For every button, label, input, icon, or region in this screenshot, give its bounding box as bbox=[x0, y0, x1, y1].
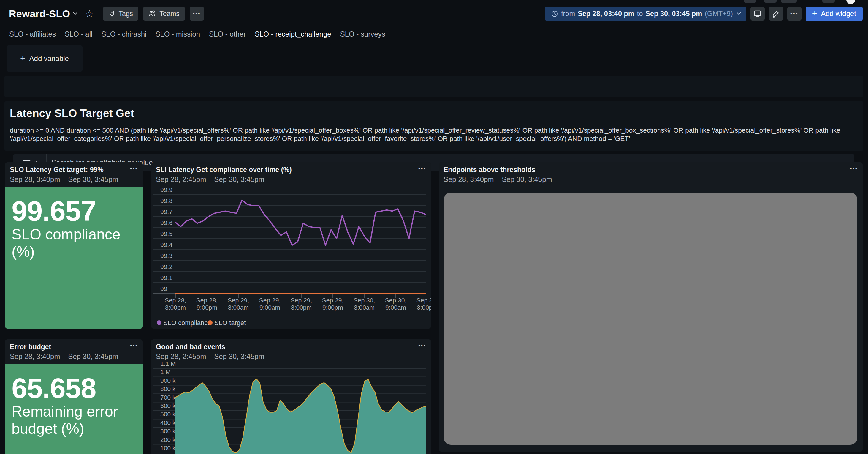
slo-compliance-value: 99.657 bbox=[11, 195, 96, 227]
chevron-down-icon bbox=[737, 11, 741, 15]
svg-text:99: 99 bbox=[160, 285, 167, 292]
svg-text:1 M: 1 M bbox=[160, 368, 171, 375]
svg-text:Sep 30,9:00am: Sep 30,9:00am bbox=[385, 297, 406, 311]
plus-icon: + bbox=[20, 54, 26, 63]
svg-text:700 k: 700 k bbox=[160, 394, 176, 401]
svg-text:99.5: 99.5 bbox=[160, 230, 173, 237]
svg-text:99.8: 99.8 bbox=[160, 197, 173, 204]
widget-error-budget: Error budget Sep 28, 3:40pm – Sep 30, 3:… bbox=[5, 339, 143, 454]
widget-menu-button[interactable]: ••• bbox=[130, 166, 138, 172]
svg-text:Sep 29,3:00pm: Sep 29,3:00pm bbox=[290, 297, 312, 311]
svg-text:SLO target: SLO target bbox=[214, 319, 246, 327]
svg-text:Sep 28,3:00pm: Sep 28,3:00pm bbox=[165, 297, 186, 311]
dashboard-tab-4[interactable]: SLO - other bbox=[205, 29, 250, 40]
group-query-text: duration >= 0 AND duration <= 500 AND (p… bbox=[10, 126, 858, 143]
svg-text:99.6: 99.6 bbox=[160, 219, 173, 226]
cutoff-toolbar-stub bbox=[744, 0, 756, 3]
redacted-content-placeholder bbox=[444, 193, 857, 445]
ellipsis-icon: ••• bbox=[790, 11, 798, 17]
svg-text:600 k: 600 k bbox=[160, 402, 176, 409]
clock-icon bbox=[551, 10, 558, 18]
time-range-prefix: from bbox=[561, 10, 575, 18]
svg-text:99.7: 99.7 bbox=[160, 208, 173, 215]
header-right: from Sep 28, 03:40 pm to Sep 30, 03:45 p… bbox=[545, 6, 863, 21]
teams-button-label: Teams bbox=[159, 10, 180, 18]
widget-menu-button[interactable]: ••• bbox=[850, 166, 858, 172]
header-more-button[interactable]: ••• bbox=[190, 7, 204, 21]
dashboard-tab-1[interactable]: SLO - all bbox=[60, 29, 97, 40]
svg-text:1.1 M: 1.1 M bbox=[160, 360, 176, 367]
dashboard-tab-2[interactable]: SLO - chirashi bbox=[97, 29, 151, 40]
widget-slo-latency-target: SLO Latency Get target: 99% Sep 28, 3:40… bbox=[5, 162, 143, 329]
cutoff-toolbar-stub bbox=[822, 0, 835, 3]
svg-text:800 k: 800 k bbox=[160, 386, 176, 392]
edit-button[interactable] bbox=[769, 7, 783, 21]
add-variable-button[interactable]: + Add variable bbox=[6, 46, 83, 72]
svg-text:200 k: 200 k bbox=[160, 436, 176, 443]
widget-menu-button[interactable]: ••• bbox=[130, 343, 138, 349]
svg-text:99.1: 99.1 bbox=[160, 274, 173, 281]
cutoff-toolbar-stub bbox=[764, 0, 777, 3]
dashboard-tab-5[interactable]: SLO - receipt_challenge bbox=[250, 29, 336, 40]
slo-compliance-label: SLO compliance (%) bbox=[11, 226, 133, 260]
widget-title: Endpoints above thresholds bbox=[443, 166, 535, 174]
slo-group-panel: Latency SLO Target Get duration >= 0 AND… bbox=[4, 101, 863, 151]
header-left: Reward-SLO ☆ Tags Teams ••• bbox=[9, 6, 204, 21]
good-bad-events-area-chart[interactable]: 1.1 M1 M900 k800 k700 k600 k500 k400 k30… bbox=[151, 339, 431, 454]
widget-title: SLO Latency Get target: 99% bbox=[10, 166, 103, 174]
plus-icon: + bbox=[812, 9, 817, 18]
sli-compliance-line-chart[interactable]: 99.999.899.799.699.599.499.399.299.199Se… bbox=[151, 162, 431, 329]
teams-button[interactable]: Teams bbox=[143, 7, 185, 21]
tags-button[interactable]: Tags bbox=[103, 7, 138, 21]
tv-mode-button[interactable] bbox=[750, 7, 765, 21]
svg-text:99.4: 99.4 bbox=[160, 241, 173, 248]
chevron-down-icon bbox=[73, 11, 77, 15]
add-variable-label: Add variable bbox=[29, 54, 69, 63]
cutoff-toolbar-stub bbox=[781, 0, 797, 3]
add-widget-label: Add widget bbox=[821, 9, 856, 18]
dashboard-tab-bar: SLO - affiliatesSLO - allSLO - chirashiS… bbox=[0, 29, 868, 40]
add-widget-button[interactable]: + Add widget bbox=[806, 6, 863, 21]
star-icon[interactable]: ☆ bbox=[85, 9, 94, 19]
slo-compliance-tile: 99.657 SLO compliance (%) bbox=[5, 187, 143, 329]
svg-text:300 k: 300 k bbox=[160, 428, 176, 434]
teams-icon bbox=[148, 10, 156, 17]
tag-icon bbox=[108, 10, 116, 17]
template-variable-bar bbox=[4, 76, 863, 97]
widget-sli-compliance-chart: SLI Latency Get compliance over time (%)… bbox=[151, 162, 431, 329]
time-range-start: Sep 28, 03:40 pm bbox=[578, 10, 634, 18]
dashboard-tab-6[interactable]: SLO - surveys bbox=[336, 29, 390, 40]
dashboard-title-menu[interactable]: Reward-SLO bbox=[9, 8, 76, 20]
dashboard-tab-0[interactable]: SLO - affiliates bbox=[5, 29, 60, 40]
dashboard-tab-3[interactable]: SLO - mission bbox=[151, 29, 205, 40]
avatar[interactable] bbox=[846, 0, 855, 4]
monitor-icon bbox=[753, 10, 762, 18]
time-range-end: Sep 30, 03:45 pm bbox=[645, 10, 702, 18]
svg-text:99.2: 99.2 bbox=[160, 263, 173, 270]
ellipsis-icon: ••• bbox=[193, 11, 201, 17]
tags-button-label: Tags bbox=[119, 10, 133, 18]
widget-title: Error budget bbox=[10, 343, 51, 351]
time-range-picker[interactable]: from Sep 28, 03:40 pm to Sep 30, 03:45 p… bbox=[545, 6, 746, 21]
toolbar-more-button[interactable]: ••• bbox=[787, 7, 802, 21]
svg-text:500 k: 500 k bbox=[160, 410, 176, 418]
svg-text:Sep 29,9:00am: Sep 29,9:00am bbox=[259, 297, 281, 311]
error-budget-value: 65.658 bbox=[11, 372, 96, 404]
widget-subtitle: Sep 28, 3:40pm – Sep 30, 3:45pm bbox=[10, 175, 119, 183]
svg-text:Sep 30,3:00pm: Sep 30,3:00pm bbox=[416, 297, 431, 311]
page-title: Reward-SLO bbox=[9, 8, 70, 20]
error-budget-label: Remaining error budget (%) bbox=[11, 403, 133, 437]
svg-text:100 k: 100 k bbox=[160, 445, 176, 451]
time-range-timezone: (GMT+9) bbox=[705, 10, 733, 18]
group-title: Latency SLO Target Get bbox=[10, 107, 134, 120]
error-budget-tile: 65.658 Remaining error budget (%) bbox=[5, 364, 143, 454]
time-range-to: to bbox=[637, 10, 643, 18]
svg-text:Sep 28,9:00pm: Sep 28,9:00pm bbox=[196, 297, 218, 311]
widget-endpoints-above-thresholds: Endpoints above thresholds Sep 28, 3:40p… bbox=[439, 162, 863, 452]
svg-text:Sep 29,3:00am: Sep 29,3:00am bbox=[228, 297, 249, 311]
widget-subtitle: Sep 28, 3:40pm – Sep 30, 3:45pm bbox=[443, 175, 552, 183]
svg-text:900 k: 900 k bbox=[160, 377, 176, 384]
widget-subtitle: Sep 28, 3:40pm – Sep 30, 3:45pm bbox=[10, 352, 119, 361]
widget-good-bad-events: Good and bad events Sep 28, 2:45pm – Sep… bbox=[151, 339, 431, 454]
svg-text:99.9: 99.9 bbox=[160, 186, 173, 193]
